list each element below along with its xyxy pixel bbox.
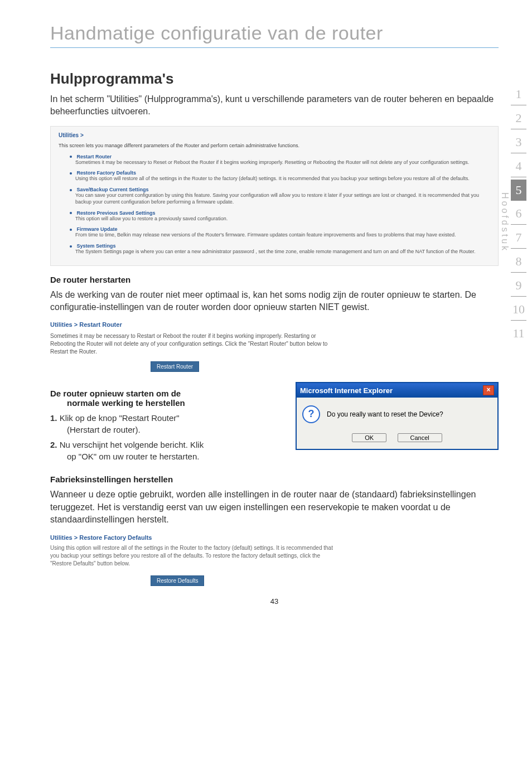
bullet-icon [70,245,72,248]
bullet-icon [70,189,72,191]
page-main-title: Handmatige configuratie van de router [50,22,499,48]
chapter-nav-11[interactable]: 11 [511,323,526,344]
chapter-nav-8[interactable]: 8 [511,251,526,273]
restart-panel-text: Sometimes it may be necessary to Restart… [50,332,340,356]
restart-panel-title: Utilities > Restart Router [50,321,499,328]
question-icon: ? [302,405,320,423]
bullet-icon [70,229,72,231]
step-2-text: Nu verschijnt het volgende bericht. Klik [57,440,204,449]
restart-panel: Utilities > Restart Router Sometimes it … [50,321,499,372]
restore-panel: Utilities > Restore Factory Defaults Usi… [50,534,499,586]
restart-heading: De router herstarten [50,275,499,284]
utilities-item-restore-defaults: Restore Factory Defaults Using this opti… [70,170,490,182]
page-number: 43 [50,597,499,606]
utilities-desc: From time to time, Belkin may release ne… [75,232,490,239]
bullet-icon [70,172,72,175]
dialog-buttons: OK Cancel [297,431,497,449]
bullet-icon [70,212,72,214]
utilities-item-system-settings: System Settings The System Settings page… [70,243,490,255]
utilities-desc: The System Settings page is where you ca… [75,249,490,255]
dialog-message: Do you really want to reset the Device? [327,410,443,418]
chapter-nav-3[interactable]: 3 [511,132,526,153]
step-1-text: Klik op de knop "Restart Router" [57,413,180,423]
chapter-sidenav: 1 2 3 4 5 6 7 8 9 10 11 [511,84,526,344]
chapter-nav-4[interactable]: 4 [511,156,526,177]
step-1-number: 1. [50,413,57,423]
chapter-nav-7[interactable]: 7 [511,227,526,249]
utilities-link[interactable]: Save/Backup Current Settings [77,187,149,192]
confirm-dialog: Microsoft Internet Explorer × ? Do you r… [296,382,499,450]
factory-heading: Fabrieksinstellingen herstellen [50,475,499,484]
chapter-nav-1[interactable]: 1 [511,84,526,105]
utilities-link[interactable]: Restore Previous Saved Settings [77,210,156,216]
utilities-item-restart: Restart Router Sometimes it may be neces… [70,154,490,166]
restart-normal-heading-line2: normale werking te herstellen [67,398,185,408]
utilities-intro: This screen lets you manage different pa… [59,143,490,148]
dialog-title: Microsoft Internet Explorer [300,386,393,395]
restart-router-button[interactable]: Restart Router [151,361,199,372]
utilities-item-restore-previous: Restore Previous Saved Settings This opt… [70,210,490,222]
section-title: Hulpprogramma's [50,70,499,88]
restore-defaults-button[interactable]: Restore Defaults [151,575,204,586]
utilities-link[interactable]: Restore Factory Defaults [77,170,137,176]
close-icon[interactable]: × [483,385,494,395]
utilities-desc: This option will allow you to restore a … [75,216,490,222]
utilities-item-save-backup: Save/Backup Current Settings You can sav… [70,187,490,205]
intro-paragraph: In het scherm "Utilities" (Hulpprogramma… [50,93,499,118]
utilities-panel: Utilities > This screen lets you manage … [50,126,499,266]
step-1: 1. Klik op de knop "Restart Router" (Her… [50,412,284,435]
utilities-desc: Sometimes it may be necessary to Reset o… [75,159,490,166]
chapter-nav-6[interactable]: 6 [511,203,526,225]
step-2-number: 2. [50,440,57,449]
chapter-nav-2[interactable]: 2 [511,108,526,129]
ok-button[interactable]: OK [352,433,386,442]
utilities-link[interactable]: Restart Router [77,154,112,159]
dialog-body: ? Do you really want to reset the Device… [297,398,497,431]
chapter-nav-9[interactable]: 9 [511,275,526,297]
utilities-desc: You can save your current configuration … [75,192,490,205]
restore-panel-title: Utilities > Restore Factory Defaults [50,534,499,541]
step-2-sub: op "OK" om uw router te herstarten. [67,451,284,462]
utilities-breadcrumb: Utilities > [59,132,490,138]
chapter-label: Hoofdstuk [500,192,510,253]
restore-panel-text: Using this option will restore all of th… [50,544,340,568]
factory-paragraph: Wanneer u deze optie gebruikt, worden al… [50,488,499,526]
utilities-link[interactable]: Firmware Update [77,226,118,232]
dialog-titlebar: Microsoft Internet Explorer × [297,383,497,398]
step-1-sub: (Herstart de router). [67,424,284,435]
utilities-desc: Using this option will restore all of th… [75,176,490,182]
restart-paragraph: Als de werking van de router niet meer o… [50,289,499,314]
step-2: 2. Nu verschijnt het volgende bericht. K… [50,439,284,462]
cancel-button[interactable]: Cancel [398,433,442,442]
chapter-nav-10[interactable]: 10 [511,299,526,321]
chapter-nav-5[interactable]: 5 [511,180,526,201]
restart-normal-heading: De router opnieuw starten om de normale … [50,389,284,408]
utilities-link[interactable]: System Settings [77,243,116,249]
utilities-item-firmware: Firmware Update From time to time, Belki… [70,226,490,239]
restart-normal-heading-line1: De router opnieuw starten om de [50,389,181,398]
bullet-icon [70,156,72,158]
